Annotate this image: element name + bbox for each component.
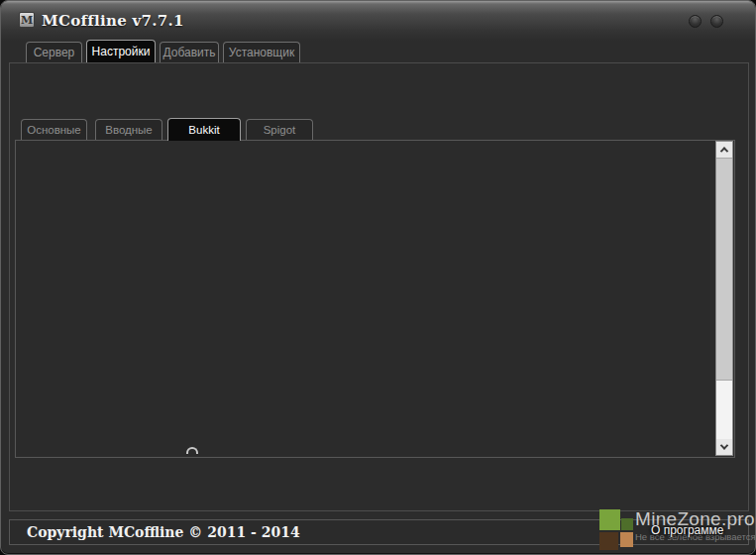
app-window: M MCoffline v7.7.1 Сервер Настройки Доба… (0, 0, 756, 555)
subtab-main[interactable]: Основные (21, 119, 87, 140)
minezone-logo-icon (599, 532, 618, 550)
scroll-down-button[interactable] (716, 439, 732, 455)
clipped-control-artifact (186, 447, 198, 454)
tab-installer[interactable]: Установщик (223, 42, 300, 62)
subtab-inputs[interactable]: Вводные (95, 119, 162, 140)
tab-server[interactable]: Сервер (26, 42, 82, 62)
bukkit-page (15, 140, 735, 458)
title-bar: M MCoffline v7.7.1 (1, 1, 755, 41)
minezone-logo-icon (599, 509, 620, 530)
subtab-bukkit[interactable]: Bukkit (167, 118, 241, 141)
subtab-spigot[interactable]: Spigot (246, 119, 313, 140)
tab-add[interactable]: Добавить (160, 42, 219, 62)
window-title: MCoffline v7.7.1 (42, 12, 184, 30)
scrollbar-thumb[interactable] (716, 158, 732, 381)
minezone-logo-icon (621, 518, 633, 530)
copyright-text: Copyright MCoffline © 2011 - 2014 (27, 524, 300, 540)
minezone-logo-icon (620, 532, 633, 547)
scroll-up-button[interactable] (716, 142, 732, 158)
tab-settings[interactable]: Настройки (86, 40, 156, 62)
minimize-button[interactable] (689, 15, 702, 28)
close-button[interactable] (710, 15, 723, 28)
chevron-up-icon (720, 147, 728, 155)
chevron-down-icon (720, 441, 728, 449)
about-program-link[interactable]: О программе (651, 523, 723, 537)
app-icon: M (19, 12, 35, 28)
vertical-scrollbar[interactable] (715, 141, 733, 456)
